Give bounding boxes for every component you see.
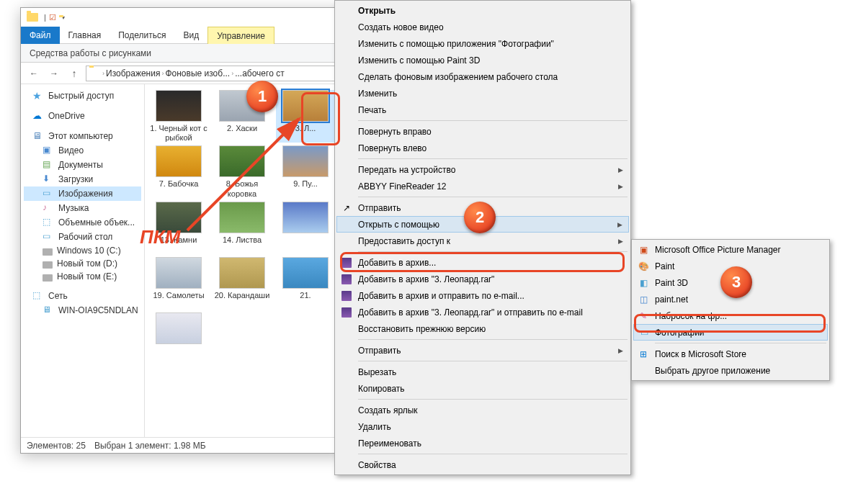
video-icon: ▣ xyxy=(43,145,54,156)
menu-set-background[interactable]: Сделать фоновым изображением рабочего ст… xyxy=(336,68,629,85)
file-label: 3. Л... xyxy=(276,124,335,143)
file-item[interactable] xyxy=(276,202,335,254)
winrar-icon xyxy=(341,290,352,302)
file-item[interactable]: 21. xyxy=(276,257,335,310)
drive-icon xyxy=(43,274,53,282)
submenu-mspm[interactable]: ▣Microsoft Office Picture Manager xyxy=(633,241,828,258)
menu-edit-photos[interactable]: Изменить с помощью приложения "Фотографи… xyxy=(336,35,629,52)
breadcrumb[interactable]: › Изображения › Фоновые изоб... › ...або… xyxy=(86,66,339,81)
tab-home[interactable]: Главная xyxy=(60,27,110,44)
file-item[interactable]: 20. Карандаши xyxy=(213,257,272,310)
menu-delete[interactable]: Удалить xyxy=(336,418,629,435)
menu-send[interactable]: ↗Отправить xyxy=(336,199,629,216)
nav-label: Новый том (D:) xyxy=(57,258,117,269)
submenu-store[interactable]: ⊞Поиск в Microsoft Store xyxy=(633,346,828,362)
submenu-paintnet[interactable]: ◫paint.net xyxy=(633,291,828,307)
menu-new-video[interactable]: Создать новое видео xyxy=(336,19,629,35)
file-item[interactable]: 1. Черный кот с рыбкой xyxy=(149,90,208,143)
menu-add-mail[interactable]: Добавить в архив и отправить по e-mail..… xyxy=(336,287,629,304)
menu-send-to[interactable]: Отправить▶ xyxy=(336,342,629,359)
file-item[interactable]: 7. Бабочка xyxy=(149,145,208,198)
submenu-other-app[interactable]: Выбрать другое приложение xyxy=(633,362,828,379)
nav-drive-e[interactable]: Новый том (E:) xyxy=(24,270,141,283)
tab-share[interactable]: Поделиться xyxy=(110,27,174,44)
menu-edit[interactable]: Изменить xyxy=(336,85,629,102)
file-item-selected[interactable]: 3. Л... xyxy=(276,90,335,143)
menu-restore[interactable]: Восстановить прежнюю версию xyxy=(336,320,629,337)
chevron-right-icon: › xyxy=(231,70,233,77)
nav-desktop[interactable]: ▭Рабочий стол xyxy=(24,230,141,244)
menu-rotate-right[interactable]: Повернуть вправо xyxy=(336,123,629,140)
nav-pictures[interactable]: ▭Изображения xyxy=(24,186,141,201)
menu-add-rar[interactable]: Добавить в архив "3. Леопард.rar" xyxy=(336,271,629,287)
nav-label: Видео xyxy=(58,145,84,156)
nav-3dobjects[interactable]: ⬚Объемные объек... xyxy=(24,215,141,230)
submenu-paint[interactable]: 🎨Paint xyxy=(633,258,828,274)
winrar-icon xyxy=(341,274,352,285)
cube-icon: ⬚ xyxy=(43,217,54,228)
context-menu: Открыть Создать новое видео Изменить с п… xyxy=(334,0,631,475)
nav-music[interactable]: ♪Музыка xyxy=(24,201,141,215)
nav-label: Этот компьютер xyxy=(48,131,113,141)
file-label: 8. Божья коровка xyxy=(213,179,272,198)
nav-network-pc[interactable]: 🖥WIN-OIA9C5NDLAN xyxy=(24,303,141,318)
menu-rename[interactable]: Переименовать xyxy=(336,435,629,451)
qat-check-icon[interactable]: ☑ xyxy=(49,13,56,22)
menu-abbyy[interactable]: ABBYY FineReader 12▶ xyxy=(336,178,629,194)
file-item[interactable]: 8. Божья коровка xyxy=(213,145,272,198)
forward-button[interactable]: → xyxy=(45,65,63,82)
chevron-right-icon: › xyxy=(161,70,164,77)
menu-open[interactable]: Открыть xyxy=(336,2,629,19)
nav-thispc[interactable]: 🖥Этот компьютер xyxy=(24,129,141,143)
share-icon: ↗ xyxy=(341,202,352,214)
chevron-right-icon: ▶ xyxy=(618,166,623,174)
status-selection: Выбран 1 элемент: 1.98 МБ xyxy=(94,441,206,451)
tab-file[interactable]: Файл xyxy=(21,27,60,44)
music-icon: ♪ xyxy=(43,202,54,214)
crumb-sub[interactable]: ...абочего ст xyxy=(235,68,285,78)
title-bar: | ☑ ▾ xyxy=(21,8,344,27)
store-icon: ⊞ xyxy=(638,348,649,360)
nav-downloads[interactable]: ⬇Загрузки xyxy=(24,172,141,186)
file-item[interactable]: 2. Хаски xyxy=(213,90,272,143)
menu-paint3d[interactable]: Изменить с помощью Paint 3D xyxy=(336,52,629,68)
file-item[interactable]: 13. Камни xyxy=(149,202,208,254)
nav-onedrive[interactable]: ☁OneDrive xyxy=(24,109,141,123)
menu-share-access[interactable]: Предоставить доступ к▶ xyxy=(336,233,629,249)
file-item[interactable]: 19. Самолеты xyxy=(149,257,208,310)
nav-video[interactable]: ▣Видео xyxy=(24,143,141,158)
nav-documents[interactable]: ▤Документы xyxy=(24,158,141,172)
crumb-root[interactable]: Изображения xyxy=(106,68,160,78)
file-item[interactable]: 9. Пу... xyxy=(276,145,335,198)
chevron-right-icon: ▶ xyxy=(618,183,623,190)
file-item[interactable]: 14. Листва xyxy=(213,202,272,254)
menu-cast[interactable]: Передать на устройство▶ xyxy=(336,161,629,178)
tab-view[interactable]: Вид xyxy=(174,27,207,44)
drive-icon xyxy=(43,261,53,269)
menu-print[interactable]: Печать xyxy=(336,102,629,118)
submenu-paint3d[interactable]: ◧Paint 3D xyxy=(633,274,828,291)
submenu-sketch[interactable]: ✎Набросок на фр... xyxy=(633,307,828,324)
menu-shortcut[interactable]: Создать ярлык xyxy=(336,402,629,418)
up-button[interactable]: ↑ xyxy=(66,65,83,82)
chevron-right-icon: ▶ xyxy=(617,221,622,228)
menu-separator xyxy=(358,120,628,121)
menu-properties[interactable]: Свойства xyxy=(336,456,629,473)
nav-quick-access[interactable]: ★Быстрый доступ xyxy=(24,89,141,103)
tab-tool[interactable]: Управление xyxy=(207,27,274,44)
menu-separator xyxy=(358,454,628,454)
crumb-folder[interactable]: Фоновые изоб... xyxy=(165,68,230,78)
submenu-photos[interactable]: ▭Фотографии xyxy=(633,324,828,341)
menu-cut[interactable]: Вырезать xyxy=(336,364,629,380)
pc-icon: 🖥 xyxy=(43,305,54,316)
menu-add-rar-mail[interactable]: Добавить в архив "3. Леопард.rar" и отпр… xyxy=(336,304,629,320)
nav-drive-d[interactable]: Новый том (D:) xyxy=(24,257,141,270)
menu-rotate-left[interactable]: Повернуть влево xyxy=(336,140,629,156)
menu-add-archive[interactable]: Добавить в архив... xyxy=(336,254,629,271)
back-button[interactable]: ← xyxy=(25,65,43,82)
menu-copy[interactable]: Копировать xyxy=(336,380,629,397)
menu-open-with[interactable]: Открыть с помощью▶ xyxy=(336,216,629,233)
file-item[interactable] xyxy=(149,312,208,365)
nav-drive-c[interactable]: Windows 10 (C:) xyxy=(24,244,141,257)
nav-network[interactable]: ⬚Сеть xyxy=(24,289,141,303)
